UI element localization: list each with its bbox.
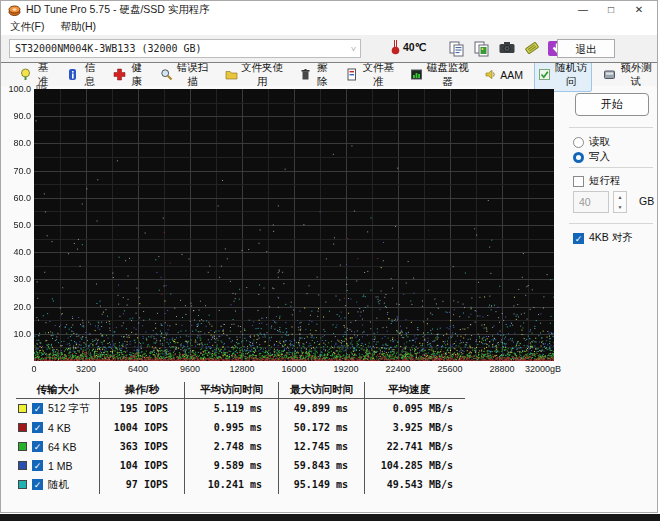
maximize-button[interactable]: □ bbox=[597, 2, 625, 18]
x-tick-label: 19200 bbox=[320, 364, 372, 374]
avg-access-cell: 10.241 ms bbox=[185, 475, 279, 494]
max-access-cell: 50.172 ms bbox=[279, 418, 365, 437]
divider bbox=[569, 223, 653, 224]
transfer-size-label: 512 字节 bbox=[48, 402, 89, 416]
drive-combobox[interactable]: ST32000NM004K-3WB133 (32000 GB) ˅ bbox=[9, 39, 361, 58]
x-tick-label: 16000 bbox=[268, 364, 320, 374]
max-access-cell: 95.149 ms bbox=[279, 475, 365, 494]
avg-access-cell: 9.589 ms bbox=[185, 456, 279, 475]
drive-combobox-value: ST32000NM004K-3WB133 (32000 GB) bbox=[15, 43, 351, 54]
y-tick-label: 20.0 bbox=[1, 302, 31, 312]
tab-label: AAM bbox=[500, 69, 523, 81]
write-radio[interactable] bbox=[573, 152, 584, 163]
aam-icon bbox=[484, 68, 497, 81]
align-4kb-checkbox[interactable] bbox=[573, 233, 584, 244]
series-color-swatch bbox=[18, 423, 27, 432]
transfer-size-cell: 1 MB bbox=[16, 456, 100, 475]
temperature-value: 40℃ bbox=[403, 41, 426, 53]
iops-cell: 363 IOPS bbox=[100, 437, 185, 456]
latency-chart: ms 100.090.080.070.060.050.040.030.020.0… bbox=[1, 85, 561, 385]
iops-cell: 1004 IOPS bbox=[100, 418, 185, 437]
series-checkbox[interactable] bbox=[32, 460, 43, 471]
minimize-button[interactable]: — bbox=[569, 2, 597, 18]
series-checkbox[interactable] bbox=[32, 441, 43, 452]
test-options-panel: 开始 读取 写入 短行程 ▲ ▼ GB 4KB 对齐 bbox=[563, 85, 659, 385]
x-tick-label: 22400 bbox=[372, 364, 424, 374]
copy-text-button[interactable] bbox=[446, 38, 467, 58]
tab-aam[interactable]: AAM bbox=[480, 65, 527, 84]
app-icon bbox=[8, 4, 21, 17]
read-radio-row[interactable]: 读取 bbox=[573, 135, 610, 149]
temperature-indicator: 40℃ bbox=[391, 38, 426, 55]
window-title: HD Tune Pro 5.75 - 硬盘/SSD 实用程序 bbox=[26, 3, 569, 17]
max-access-cell: 49.899 ms bbox=[279, 399, 365, 418]
iops-cell: 195 IOPS bbox=[100, 399, 185, 418]
titlebar: HD Tune Pro 5.75 - 硬盘/SSD 实用程序 — □ ✕ bbox=[1, 1, 657, 19]
read-radio[interactable] bbox=[573, 137, 584, 148]
y-tick-label: 60.0 bbox=[1, 193, 31, 203]
screen-bottom-edge bbox=[0, 514, 660, 521]
stepper-up-icon[interactable]: ▲ bbox=[614, 192, 626, 202]
divider bbox=[569, 127, 653, 128]
align-4kb-label: 4KB 对齐 bbox=[589, 231, 633, 245]
y-tick-label: 100.0 bbox=[1, 84, 31, 94]
y-tick-label: 30.0 bbox=[1, 274, 31, 284]
avg-speed-cell: 104.285 MB/s bbox=[365, 456, 465, 475]
series-checkbox[interactable] bbox=[32, 403, 43, 414]
divider bbox=[569, 167, 653, 168]
series-checkbox[interactable] bbox=[32, 422, 43, 433]
results-table-body: 512 字节195 IOPS5.119 ms49.899 ms0.095 MB/… bbox=[16, 399, 465, 494]
capacity-stepper: ▲ ▼ bbox=[613, 191, 627, 213]
table-row: 1 MB104 IOPS9.589 ms59.843 ms104.285 MB/… bbox=[16, 456, 465, 475]
start-button[interactable]: 开始 bbox=[575, 93, 649, 116]
toolbar-buttons bbox=[446, 38, 567, 58]
disk-monitor-icon bbox=[410, 68, 423, 81]
series-checkbox[interactable] bbox=[32, 479, 43, 490]
stepper-down-icon[interactable]: ▼ bbox=[614, 202, 626, 212]
y-tick-label: 10.0 bbox=[1, 329, 31, 339]
y-tick-label: 40.0 bbox=[1, 247, 31, 257]
save-button[interactable] bbox=[521, 38, 542, 58]
transfer-size-label: 随机 bbox=[48, 478, 69, 492]
column-header: 平均速度 bbox=[365, 382, 465, 399]
avg-access-cell: 5.119 ms bbox=[185, 399, 279, 418]
table-row: 随机97 IOPS10.241 ms95.149 ms49.543 MB/s bbox=[16, 475, 465, 494]
screenshot-button[interactable] bbox=[496, 38, 517, 58]
toolbar: ST32000NM004K-3WB133 (32000 GB) ˅ 40℃ 退出 bbox=[1, 35, 657, 63]
column-header: 传输大小 bbox=[16, 382, 100, 399]
transfer-size-label: 4 KB bbox=[48, 422, 71, 434]
write-radio-row[interactable]: 写入 bbox=[573, 150, 610, 164]
x-tick-label: 9600 bbox=[164, 364, 216, 374]
y-tick-label: 80.0 bbox=[1, 138, 31, 148]
column-header: 最大访问时间 bbox=[279, 382, 365, 399]
short-stroke-row[interactable]: 短行程 bbox=[573, 174, 621, 188]
folder-usage-icon bbox=[225, 68, 238, 81]
align-4kb-row[interactable]: 4KB 对齐 bbox=[573, 231, 633, 245]
short-stroke-checkbox[interactable] bbox=[573, 176, 584, 187]
x-tick-label: 12800 bbox=[216, 364, 268, 374]
avg-access-cell: 0.995 ms bbox=[185, 418, 279, 437]
iops-cell: 104 IOPS bbox=[100, 456, 185, 475]
iops-cell: 97 IOPS bbox=[100, 475, 185, 494]
copy-image-icon bbox=[473, 40, 491, 57]
y-tick-label: 50.0 bbox=[1, 220, 31, 230]
file-benchmark-icon bbox=[345, 68, 358, 81]
capacity-unit-label: GB bbox=[639, 195, 654, 207]
health-icon bbox=[113, 68, 126, 81]
avg-speed-cell: 22.741 MB/s bbox=[365, 437, 465, 456]
menu-help[interactable]: 帮助(H) bbox=[60, 20, 96, 34]
close-button[interactable]: ✕ bbox=[625, 2, 653, 18]
thermometer-icon bbox=[391, 38, 400, 55]
error-scan-icon bbox=[160, 68, 173, 81]
app-window: HD Tune Pro 5.75 - 硬盘/SSD 实用程序 — □ ✕ 文件(… bbox=[0, 0, 658, 513]
capacity-input[interactable] bbox=[573, 191, 609, 213]
max-access-cell: 12.745 ms bbox=[279, 437, 365, 456]
series-color-swatch bbox=[18, 461, 27, 470]
transfer-size-cell: 512 字节 bbox=[16, 399, 100, 418]
series-color-swatch bbox=[18, 480, 27, 489]
copy-image-button[interactable] bbox=[471, 38, 492, 58]
avg-speed-cell: 0.095 MB/s bbox=[365, 399, 465, 418]
exit-button[interactable]: 退出 bbox=[557, 39, 615, 58]
menu-file[interactable]: 文件(F) bbox=[10, 20, 44, 34]
series-color-swatch bbox=[18, 404, 27, 413]
